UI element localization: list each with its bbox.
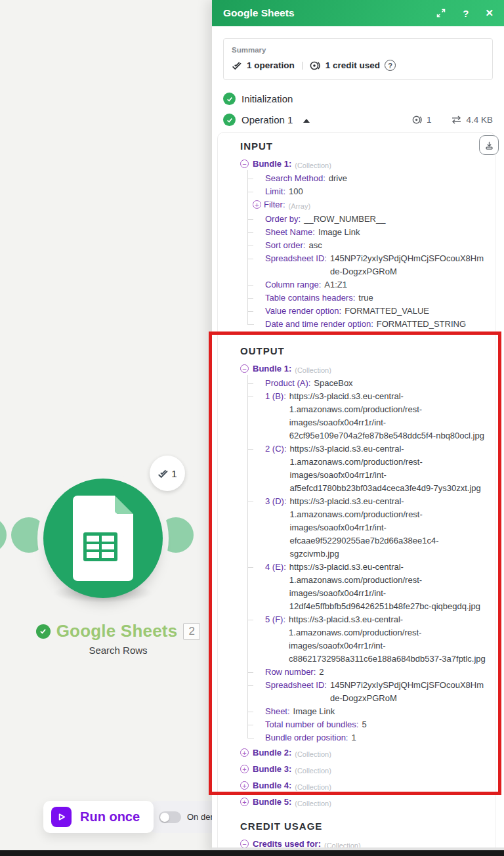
field-key: Sort order:: [265, 239, 305, 252]
field-value: 100: [289, 185, 487, 198]
field-value: drive: [329, 172, 487, 185]
data-row: 4 (E): https://s3-placid.s3.eu-central-1…: [265, 561, 487, 613]
field-key: 5 (F):: [265, 613, 285, 626]
bottom-window-edge: [0, 850, 504, 856]
output-rows: − Bundle 1: (Collection) Product (A): Sp…: [240, 362, 487, 810]
data-row: + Filter: (Array): [265, 198, 487, 213]
field-value: Image Link: [318, 226, 487, 239]
field-value: https://s3-placid.s3.eu-central-1.amazon…: [289, 613, 487, 666]
divider: [302, 62, 303, 70]
module-success-check-icon: [36, 624, 51, 639]
field-key: Table contains headers:: [265, 291, 355, 305]
execution-count-badge[interactable]: 1: [150, 456, 185, 491]
field-value: __ROW_NUMBER__: [304, 213, 487, 226]
double-check-icon: [158, 469, 169, 479]
collapse-toggle-icon[interactable]: +: [240, 781, 249, 790]
field-key: Filter:: [264, 198, 285, 211]
collapse-toggle-icon[interactable]: +: [240, 798, 249, 806]
run-once-button[interactable]: Run once: [43, 801, 154, 833]
field-value: 145NP7i2yxIySPdjQHmCjSFOcouX8Hmde-DogzxP…: [330, 679, 487, 705]
data-row: Limit: 100: [265, 185, 487, 198]
initialization-label: Initialization: [242, 93, 293, 104]
collapse-toggle-icon[interactable]: −: [240, 160, 249, 168]
data-row: Search Method: drive: [265, 172, 487, 185]
on-demand-toggle[interactable]: [159, 811, 181, 823]
field-key: Search Method:: [265, 172, 326, 185]
data-row: Order by: __ROW_NUMBER__: [265, 213, 487, 226]
module-operation-label: Search Rows: [20, 645, 217, 656]
collapse-toggle-icon[interactable]: +: [253, 200, 261, 209]
data-row: − Bundle 1: (Collection): [240, 362, 487, 377]
data-row: Product (A): SpaceBox: [265, 377, 487, 390]
run-once-label: Run once: [80, 809, 140, 824]
credit-usage-section-title: CREDIT USAGE: [240, 821, 487, 832]
field-type: (Collection): [295, 158, 331, 172]
field-key: 2 (C):: [265, 442, 287, 456]
operations-check-icon: [232, 61, 242, 70]
module-version-badge: 2: [183, 623, 200, 640]
field-key: Sheet Name:: [265, 226, 315, 239]
data-row: Row number: 2: [265, 666, 487, 679]
field-key: 4 (E):: [265, 561, 286, 574]
field-value: https://s3-placid.s3.eu-central-1.amazon…: [289, 561, 487, 613]
field-key: Spreadsheet ID:: [265, 679, 327, 692]
transfer-size-icon: [451, 116, 462, 124]
field-key: Bundle 4:: [253, 779, 291, 792]
credits-help-icon[interactable]: ?: [385, 60, 396, 71]
data-row: Column range: A1:Z1: [265, 278, 487, 291]
google-sheets-module[interactable]: [43, 479, 163, 598]
data-row: 1 (B): https://s3-placid.s3.eu-central-1…: [265, 390, 487, 442]
operations-count-label: 1 operation: [247, 60, 295, 70]
help-icon[interactable]: ?: [463, 8, 469, 19]
field-key: Date and time render option:: [265, 318, 373, 331]
field-value: FORMATTED_VALUE: [345, 305, 487, 318]
field-value: Image Link: [293, 705, 487, 718]
collapse-toggle-icon[interactable]: +: [240, 748, 249, 757]
operation-row[interactable]: Operation 1 1 4.4 KB: [223, 114, 493, 126]
collapse-caret-icon[interactable]: [303, 119, 310, 123]
sheet-grid-icon: [83, 532, 117, 561]
field-type: (Collection): [295, 796, 331, 810]
field-key: Column range:: [265, 278, 321, 291]
data-row: Value render option: FORMATTED_VALUE: [265, 305, 487, 318]
spreadsheet-document-icon: [73, 496, 133, 581]
close-icon[interactable]: ✕: [485, 7, 494, 19]
expand-icon[interactable]: [436, 8, 446, 18]
field-value: https://s3-placid.s3.eu-central-1.amazon…: [290, 495, 488, 561]
data-row: + Bundle 2: (Collection): [240, 746, 487, 761]
data-row: Bundle order position: 1: [265, 731, 487, 744]
field-key: Bundle 2:: [253, 746, 291, 760]
field-key: Sheet:: [265, 705, 290, 718]
field-key: Total number of bundles:: [265, 718, 358, 731]
field-value: 2: [319, 666, 487, 679]
collapse-toggle-icon[interactable]: +: [240, 765, 249, 773]
field-key: Bundle order position:: [265, 731, 348, 744]
field-value: https://s3-placid.s3.eu-central-1.amazon…: [289, 390, 487, 442]
field-type: (Collection): [295, 746, 331, 761]
field-value: A1:Z1: [324, 278, 487, 291]
field-key: Bundle 1:: [253, 362, 291, 375]
data-row: Spreadsheet ID: 145NP7i2yxIySPdjQHmCjSFO…: [265, 679, 487, 705]
field-key: Bundle 3:: [253, 763, 291, 776]
panel-title: Google Sheets: [223, 7, 295, 19]
data-row: 3 (D): https://s3-placid.s3.eu-central-1…: [265, 495, 487, 561]
data-row: + Bundle 4: (Collection): [240, 779, 487, 794]
summary-card: Summary 1 operation 1 credit used ?: [223, 38, 493, 80]
initialization-check-icon: [223, 93, 236, 105]
summary-heading: Summary: [232, 46, 484, 54]
data-row: + Bundle 5: (Collection): [240, 796, 487, 810]
data-row: Sort order: asc: [265, 239, 487, 252]
field-type: (Collection): [295, 362, 331, 377]
data-row: Spreadsheet ID: 145NP7i2yxIySPdjQHmCjSFO…: [265, 252, 487, 278]
field-key: Limit:: [265, 185, 285, 198]
data-row: 5 (F): https://s3-placid.s3.eu-central-1…: [265, 613, 487, 666]
field-key: Value render option:: [265, 305, 341, 318]
credits-used-label: 1 credit used: [326, 60, 380, 70]
operations-count-icon: [412, 115, 423, 125]
download-button[interactable]: [479, 135, 499, 155]
data-row: − Bundle 1: (Collection): [240, 158, 487, 172]
operation-size: 4.4 KB: [466, 115, 493, 125]
field-key: Row number:: [265, 666, 316, 679]
output-section-title: OUTPUT: [240, 345, 487, 356]
collapse-toggle-icon[interactable]: −: [240, 364, 249, 373]
